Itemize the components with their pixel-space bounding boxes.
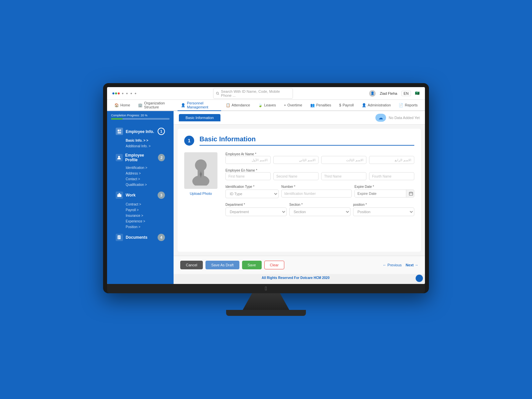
nav-buttons: ← Previous Next →	[383, 263, 418, 267]
ar-first-input[interactable]	[225, 156, 271, 164]
employee-info-icon	[116, 128, 123, 135]
lang-selector[interactable]: EN	[401, 91, 411, 96]
search-bar[interactable]: Search With ID Name, Code, Mobile Phone …	[213, 88, 293, 99]
calendar-icon[interactable]	[406, 190, 414, 197]
expire-label: Expire Date *	[354, 185, 414, 189]
expire-date-wrapper	[354, 190, 414, 198]
section-select[interactable]: Section	[289, 207, 350, 216]
en-second-input[interactable]	[273, 172, 319, 180]
nav-payroll[interactable]: $ Payroll	[336, 100, 357, 111]
number-label: Number *	[281, 185, 352, 189]
ar-first-field	[225, 156, 271, 164]
svg-point-0	[216, 92, 218, 94]
en-third-input[interactable]	[321, 172, 366, 180]
app-body: Completion Progress: 20 %	[107, 111, 425, 284]
avatar-svg	[188, 156, 214, 186]
position-select[interactable]: Position	[353, 207, 414, 216]
svg-point-7	[118, 156, 120, 158]
sidebar-sub-payroll[interactable]: Payroll	[126, 207, 170, 213]
sidebar-sub-experience[interactable]: Experience	[126, 218, 170, 224]
save-button[interactable]: Save	[242, 261, 262, 269]
help-button[interactable]: ?	[416, 275, 423, 282]
main-content: Basic Information ☁ No Data Added Yet 1 …	[174, 111, 425, 284]
no-data-text: No Data Added Yet	[389, 116, 420, 120]
position-field: position * Position	[353, 203, 414, 216]
en-first-input[interactable]	[225, 172, 271, 180]
next-button[interactable]: Next →	[406, 263, 418, 267]
top-tab[interactable]: Basic Information	[179, 114, 220, 121]
sidebar-step-3[interactable]: Work 3 Contract Payroll Insurance Experi…	[111, 189, 170, 230]
sidebar-sub-contract[interactable]: Contract	[126, 201, 170, 207]
ar-fourth-input[interactable]	[369, 156, 414, 164]
monitor-base	[226, 310, 306, 316]
overtime-icon: +	[284, 103, 286, 107]
step2-badge: 2	[158, 154, 165, 161]
app-logo: ● ● ● ●	[112, 91, 137, 95]
step2-subitems: Identification Address Contact Qualifica…	[111, 165, 170, 188]
ar-third-field	[321, 156, 366, 164]
sidebar-sub-position[interactable]: Position	[126, 224, 170, 230]
save-draft-button[interactable]: Save As Draft	[205, 261, 239, 269]
org-icon: 🏢	[138, 103, 143, 107]
header-right: 👤 Ziad Fteha EN 🇸🇦	[369, 90, 420, 97]
nav-overtime[interactable]: + Overtime	[281, 100, 306, 111]
user-name[interactable]: Ziad Fteha	[380, 91, 397, 95]
sidebar-sections: Employee Info. 1 Basic Info. > Additiona…	[107, 122, 174, 248]
progress-area: Completion Progress: 20 %	[107, 111, 174, 122]
prev-button[interactable]: ← Previous	[383, 263, 402, 267]
ar-second-input[interactable]	[273, 156, 319, 164]
sidebar-sub-insurance[interactable]: Insurance	[126, 213, 170, 218]
ar-fourth-field	[369, 156, 414, 164]
clear-button[interactable]: Clear	[264, 261, 284, 269]
sidebar-sub-identification[interactable]: Identification	[126, 165, 170, 171]
cancel-button[interactable]: Cancel	[180, 261, 203, 269]
logo-dot-red	[118, 92, 120, 94]
number-input[interactable]	[281, 190, 352, 198]
app-header: ● ● ● ● Search With ID Name, Code, Mobil…	[107, 87, 425, 100]
nav-admin[interactable]: 👤 Administration	[358, 100, 394, 111]
sidebar-step-1[interactable]: Employee Info. 1 Basic Info. > Additiona…	[111, 125, 170, 149]
id-type-select[interactable]: ID Type Passport National ID	[225, 190, 279, 198]
logo-dot-blue	[112, 92, 114, 94]
sidebar-step-2[interactable]: Employee Profile 2 Identification Addres…	[111, 150, 170, 188]
nav-org-structure[interactable]: 🏢 Organization Structure	[135, 100, 176, 111]
sidebar-sub-address[interactable]: Address	[126, 171, 170, 176]
sidebar-sub-qualification[interactable]: Qualification	[126, 182, 170, 188]
en-second-field	[273, 172, 319, 180]
ar-second-field	[273, 156, 319, 164]
documents-icon	[116, 234, 123, 241]
footer-text: All Rights Reserved For	[262, 276, 300, 280]
sidebar-step-4[interactable]: Documents 4	[111, 231, 170, 244]
svg-rect-3	[120, 130, 121, 130]
progress-track	[111, 118, 170, 120]
nav-reports[interactable]: 📄 Reports	[395, 100, 421, 111]
id-type-label: Identification Type *	[225, 185, 279, 189]
expire-date-input[interactable]	[355, 190, 406, 197]
dept-row: Department * Department Section * S	[225, 203, 414, 216]
nav-leaves[interactable]: 🍃 Leaves	[255, 100, 279, 111]
nav-home[interactable]: 🏠 Home	[111, 100, 133, 111]
en-fourth-input[interactable]	[369, 172, 414, 180]
sidebar-sub-basic-info[interactable]: Basic Info. >	[126, 138, 170, 143]
upload-photo-label[interactable]: Upload Photo	[190, 192, 212, 196]
leaves-icon: 🍃	[258, 103, 263, 107]
photo-section: Upload Photo	[184, 152, 217, 221]
footer-brand: Dotcare HCM	[300, 276, 321, 280]
work-icon	[116, 192, 123, 199]
nav-penalties[interactable]: 👥 Penalties	[307, 100, 334, 111]
expire-field: Expire Date *	[354, 185, 414, 198]
nav-personnel[interactable]: 👤 Personnel Management	[178, 100, 221, 111]
home-icon: 🏠	[114, 103, 119, 107]
ar-third-input[interactable]	[321, 156, 366, 164]
number-field: Number *	[281, 185, 352, 198]
department-select[interactable]: Department	[225, 207, 287, 216]
sidebar-sub-additional-info[interactable]: Additional Info.	[126, 143, 170, 149]
footer-year: 2020	[321, 276, 330, 280]
search-icon	[216, 92, 219, 95]
nav-attendance[interactable]: 📋 Attendance	[222, 100, 254, 111]
footer: All Rights Reserved For Dotcare HCM 2020…	[174, 274, 425, 284]
top-bar: Basic Information ☁ No Data Added Yet	[174, 111, 425, 125]
personnel-icon: 👤	[181, 103, 186, 107]
en-first-field	[225, 172, 271, 180]
sidebar-sub-contact[interactable]: Contact	[126, 176, 170, 182]
